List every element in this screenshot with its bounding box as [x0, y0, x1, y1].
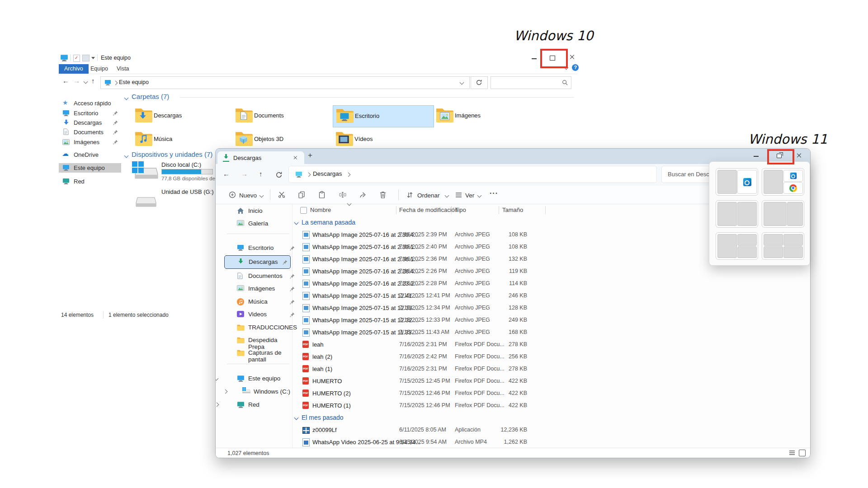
- file-row[interactable]: z00099Lf 6/11/2025 8:05 AM Aplicación 12…: [216, 424, 810, 436]
- cut-icon[interactable]: [278, 192, 285, 198]
- minimize-button[interactable]: [754, 156, 759, 157]
- sidebar-item-imagenes[interactable]: Imágenes: [59, 137, 121, 147]
- file-row[interactable]: WhatsApp Video 2025-06-25 at 9.54.34... …: [216, 436, 810, 448]
- file-row[interactable]: WhatsApp Image 2025-07-15 at 12.33.... 7…: [216, 302, 810, 314]
- folder-tile-objetos-3d[interactable]: Objetos 3D: [232, 129, 333, 150]
- file-row[interactable]: WhatsApp Image 2025-07-15 at 12.41.... 7…: [216, 290, 810, 302]
- close-button[interactable]: [569, 54, 575, 60]
- sidebar-item-este-equipo[interactable]: Este equipo: [59, 163, 121, 173]
- up-button[interactable]: [259, 170, 263, 178]
- section-collapse-icon[interactable]: [124, 154, 129, 158]
- sort-dropdown-icon[interactable]: [445, 193, 449, 198]
- sidebar-item-red[interactable]: Red: [59, 177, 121, 186]
- qat-properties-icon[interactable]: ✓: [73, 55, 80, 62]
- column-tamano[interactable]: Tamaño: [502, 206, 523, 213]
- refresh-button[interactable]: [471, 76, 488, 89]
- snap-zone-outlook[interactable]: [737, 170, 757, 194]
- group-collapse-icon[interactable]: [294, 221, 299, 225]
- file-row[interactable]: HUMERTO 7/15/2025 12:45 PM Firefox PDF D…: [216, 375, 810, 387]
- search-box[interactable]: Buscar en Desca: [661, 166, 715, 183]
- column-divider[interactable]: [545, 206, 546, 214]
- file-row[interactable]: WhatsApp Image 2025-07-15 at 12.32.... 7…: [216, 314, 810, 326]
- minimize-button[interactable]: [532, 58, 537, 59]
- snap-zone-outlook[interactable]: [783, 170, 803, 182]
- new-icon[interactable]: [229, 191, 236, 198]
- address-bar[interactable]: Este equipo: [100, 76, 470, 89]
- recent-locations-icon[interactable]: [84, 80, 88, 84]
- snap-layout-left-plus-stack[interactable]: [762, 168, 804, 196]
- back-button[interactable]: [62, 77, 69, 84]
- tab-descargas[interactable]: Descargas: [217, 151, 304, 164]
- menu-archivo[interactable]: Archivo: [59, 64, 89, 74]
- sidebar-item-inicio[interactable]: Inicio: [221, 205, 291, 217]
- folder-tile-escritorio[interactable]: Escritorio: [333, 105, 434, 127]
- folder-tile-descargas[interactable]: Descargas: [132, 105, 232, 127]
- delete-icon[interactable]: [380, 191, 386, 198]
- breadcrumb[interactable]: Descargas: [313, 170, 342, 177]
- column-divider[interactable]: [451, 206, 452, 214]
- sort-button[interactable]: Ordenar: [417, 192, 440, 199]
- column-tipo[interactable]: Tipo: [455, 206, 466, 213]
- sidebar-item-acceso-rapido[interactable]: ★ Acceso rápido: [59, 99, 121, 108]
- qat-newfolder-icon[interactable]: [82, 55, 90, 61]
- folder-tile-imagenes[interactable]: Imágenes: [433, 105, 533, 127]
- paste-icon[interactable]: [319, 191, 325, 198]
- address-dropdown-icon[interactable]: [460, 80, 464, 85]
- new-dropdown-icon[interactable]: [259, 193, 264, 198]
- view-icon[interactable]: [455, 192, 462, 198]
- breadcrumb-bar[interactable]: Descargas: [288, 166, 657, 183]
- file-row[interactable]: leah (1) 7/16/2025 2:31 PM Firefox PDF D…: [216, 363, 810, 375]
- column-fecha[interactable]: Fecha de modificación: [399, 206, 458, 213]
- close-button[interactable]: [796, 153, 802, 158]
- snap-layout-two-columns[interactable]: [716, 168, 758, 196]
- forward-button[interactable]: [73, 77, 80, 84]
- folder-tile-musica[interactable]: Música: [132, 129, 232, 150]
- section-collapse-icon[interactable]: [124, 96, 129, 100]
- new-button[interactable]: Nuevo: [239, 192, 257, 199]
- file-row[interactable]: leah (2) 7/16/2025 2:42 PM Firefox PDF D…: [216, 351, 810, 363]
- sidebar-item-escritorio[interactable]: Escritorio: [59, 108, 121, 118]
- share-icon[interactable]: [359, 191, 367, 198]
- search-box[interactable]: [491, 76, 571, 89]
- group-collapse-icon[interactable]: [294, 416, 299, 420]
- qat-customize-arrow-icon[interactable]: [91, 57, 95, 59]
- refresh-icon[interactable]: [275, 171, 283, 178]
- up-button[interactable]: [91, 77, 95, 84]
- snap-zone-chrome[interactable]: [783, 182, 803, 194]
- select-all-checkbox[interactable]: [300, 207, 307, 214]
- menu-vista[interactable]: Vista: [111, 64, 135, 74]
- rename-icon[interactable]: [339, 192, 346, 198]
- breadcrumb[interactable]: Este equipo: [119, 79, 149, 85]
- file-row[interactable]: WhatsApp Image 2025-07-16 at 2.26.4... 7…: [216, 265, 810, 277]
- forward-button[interactable]: [241, 170, 248, 178]
- file-row[interactable]: leah 7/16/2025 2:31 PM Firefox PDF Docu.…: [216, 338, 810, 351]
- tab-close-icon[interactable]: [293, 155, 297, 160]
- file-row[interactable]: WhatsApp Image 2025-07-15 at 11.33.... 7…: [216, 326, 810, 338]
- snap-layout-two-columns[interactable]: [716, 200, 758, 228]
- folder-tile-videos[interactable]: Vídeos: [333, 129, 433, 150]
- snap-layout-wide-left[interactable]: [762, 200, 804, 228]
- sidebar-item-documents[interactable]: Documents: [59, 127, 121, 137]
- sort-icon[interactable]: [406, 192, 413, 198]
- column-divider[interactable]: [499, 206, 499, 214]
- sidebar-item-onedrive[interactable]: ☁ OneDrive: [59, 150, 121, 160]
- section-dispositivos[interactable]: Dispositivos y unidades (7): [132, 150, 212, 158]
- new-tab-button[interactable]: [308, 151, 312, 160]
- folder-tile-documents[interactable]: Documents: [232, 105, 333, 127]
- large-icons-view-icon[interactable]: [799, 450, 806, 456]
- file-row[interactable]: WhatsApp Image 2025-07-16 at 2.23.2... 7…: [216, 277, 810, 290]
- copy-icon[interactable]: [298, 191, 305, 198]
- snap-layout-quad[interactable]: [762, 232, 804, 260]
- more-options-icon[interactable]: [490, 189, 498, 197]
- column-divider[interactable]: [396, 206, 396, 214]
- help-icon[interactable]: [572, 64, 579, 71]
- column-nombre[interactable]: Nombre: [310, 206, 331, 213]
- file-row[interactable]: HUMERTO (1) 7/15/2025 12:46 PM Firefox P…: [216, 399, 810, 412]
- sidebar-item-descargas[interactable]: Descargas: [59, 118, 121, 127]
- view-button[interactable]: Ver: [465, 192, 474, 199]
- snap-layout-left-plus-stack[interactable]: [716, 232, 758, 260]
- view-dropdown-icon[interactable]: [477, 193, 482, 198]
- file-row[interactable]: HUMERTO (2) 7/15/2025 12:46 PM Firefox P…: [216, 387, 810, 399]
- group-header[interactable]: El mes pasado: [216, 412, 810, 424]
- details-view-icon[interactable]: [789, 450, 795, 455]
